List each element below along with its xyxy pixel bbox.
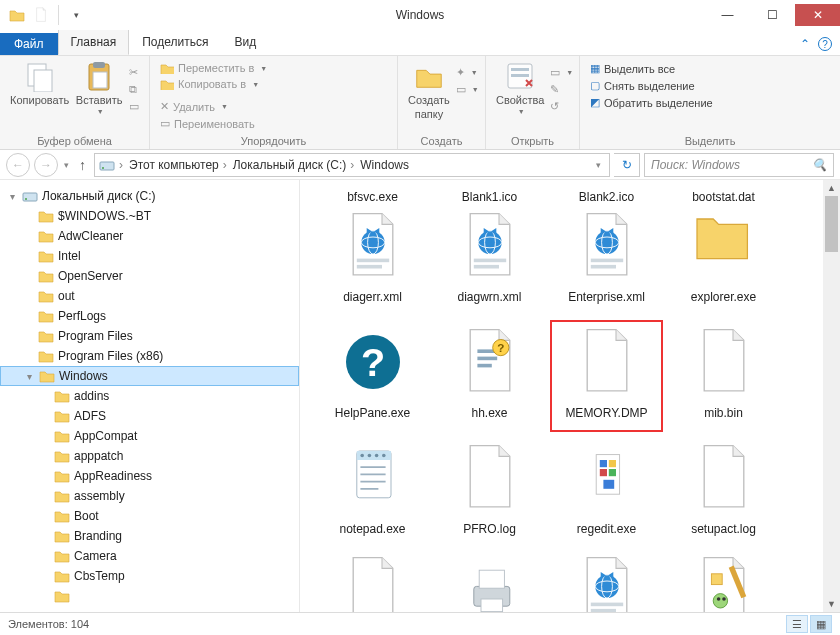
folder-icon xyxy=(38,209,54,223)
tree-item[interactable]: Boot xyxy=(0,506,299,526)
select-all-button[interactable]: ▦Выделить все xyxy=(590,60,713,77)
invert-selection-button[interactable]: ◩Обратить выделение xyxy=(590,94,713,111)
file-item[interactable]: bootstat.dat xyxy=(665,182,782,202)
file-item[interactable] xyxy=(431,550,548,612)
file-item[interactable] xyxy=(314,550,431,612)
details-view-button[interactable]: ☰ xyxy=(786,615,808,633)
select-none-icon: ▢ xyxy=(590,79,600,92)
file-item[interactable]: explorer.exe xyxy=(665,202,782,318)
history-icon[interactable]: ↺ xyxy=(550,98,573,115)
file-item[interactable]: PFRO.log xyxy=(431,434,548,550)
tree-item[interactable]: Intel xyxy=(0,246,299,266)
tree-item[interactable]: addins xyxy=(0,386,299,406)
folder-icon[interactable] xyxy=(6,4,28,26)
edit-icon[interactable]: ✎ xyxy=(550,81,573,98)
rename-button[interactable]: ▭Переименовать xyxy=(160,115,270,132)
search-input[interactable]: Поиск: Windows 🔍 xyxy=(644,153,834,177)
maximize-button[interactable]: ☐ xyxy=(750,4,795,26)
delete-button[interactable]: ✕Удалить▼ xyxy=(160,98,270,115)
file-item[interactable]: HelpPane.exe xyxy=(314,318,431,434)
new-item-icon[interactable]: ✦▼ xyxy=(456,64,479,81)
file-icon xyxy=(455,206,525,286)
copy-button[interactable]: Копировать xyxy=(10,60,69,106)
up-button[interactable]: ↑ xyxy=(75,157,90,173)
select-none-button[interactable]: ▢Снять выделение xyxy=(590,77,713,94)
dropdown-icon[interactable]: ▾ xyxy=(65,4,87,26)
back-button[interactable]: ← xyxy=(6,153,30,177)
help-icon[interactable]: ? xyxy=(818,37,832,51)
cut-icon[interactable]: ✂ xyxy=(129,64,139,81)
tree-item[interactable]: ▾Локальный диск (C:) xyxy=(0,186,299,206)
properties-button[interactable]: Свойства▼ xyxy=(496,60,544,115)
tree-item[interactable]: Program Files xyxy=(0,326,299,346)
file-item[interactable]: diagwrn.xml xyxy=(431,202,548,318)
refresh-button[interactable]: ↻ xyxy=(614,153,640,177)
tree-item[interactable]: $WINDOWS.~BT xyxy=(0,206,299,226)
tree-item[interactable]: ▾Windows xyxy=(0,366,299,386)
tree-item[interactable]: Camera xyxy=(0,546,299,566)
new-folder-button[interactable]: Создатьпапку xyxy=(408,60,450,120)
breadcrumb-bar[interactable]: ›Этот компьютер ›Локальный диск (C:) ›Wi… xyxy=(94,153,610,177)
copy-path-icon[interactable]: ⧉ xyxy=(129,81,139,98)
ribbon-help[interactable]: ⌃? xyxy=(792,33,840,55)
tree-item[interactable]: AdwCleaner xyxy=(0,226,299,246)
open-icon[interactable]: ▭▼ xyxy=(550,64,573,81)
scroll-up-icon[interactable]: ▲ xyxy=(823,180,840,196)
file-item[interactable] xyxy=(548,550,665,612)
scrollbar[interactable]: ▲ ▼ xyxy=(823,180,840,612)
forward-button[interactable]: → xyxy=(34,153,58,177)
file-name: setupact.log xyxy=(691,522,756,536)
scroll-down-icon[interactable]: ▼ xyxy=(823,596,840,612)
file-item[interactable]: bfsvc.exe xyxy=(314,182,431,202)
paste-button[interactable]: Вставить▼ xyxy=(75,60,123,115)
nav-tree[interactable]: ▾Локальный диск (C:)$WINDOWS.~BTAdwClean… xyxy=(0,180,300,612)
tree-item[interactable]: ADFS xyxy=(0,406,299,426)
file-item[interactable]: regedit.exe xyxy=(548,434,665,550)
new-doc-icon[interactable] xyxy=(30,4,52,26)
file-item[interactable]: hh.exe xyxy=(431,318,548,434)
folder-icon xyxy=(38,229,54,243)
crumb-label[interactable]: Локальный диск (C:) xyxy=(233,158,347,172)
tree-item[interactable]: OpenServer xyxy=(0,266,299,286)
icons-view-button[interactable]: ▦ xyxy=(810,615,832,633)
move-to-button[interactable]: Переместить в▼ xyxy=(160,60,280,76)
scroll-thumb[interactable] xyxy=(825,196,838,252)
close-button[interactable]: ✕ xyxy=(795,4,840,26)
crumb-label[interactable]: Windows xyxy=(360,158,409,172)
file-item[interactable]: MEMORY.DMP xyxy=(548,318,665,434)
tree-item[interactable]: PerfLogs xyxy=(0,306,299,326)
tree-item[interactable]: AppCompat xyxy=(0,426,299,446)
copy-to-button[interactable]: Копировать в▼ xyxy=(160,76,280,92)
recent-dropdown-icon[interactable]: ▾ xyxy=(62,160,71,170)
crumb-label[interactable]: Этот компьютер xyxy=(129,158,219,172)
file-item[interactable]: Blank2.ico xyxy=(548,182,665,202)
paste-shortcut-icon[interactable]: ▭ xyxy=(129,98,139,115)
expander-icon[interactable]: ▾ xyxy=(23,371,35,382)
tree-item[interactable]: apppatch xyxy=(0,446,299,466)
tree-item[interactable] xyxy=(0,586,299,606)
file-item[interactable]: Blank1.ico xyxy=(431,182,548,202)
tree-item[interactable]: CbsTemp xyxy=(0,566,299,586)
tree-item[interactable]: AppReadiness xyxy=(0,466,299,486)
tree-item[interactable]: assembly xyxy=(0,486,299,506)
file-item[interactable]: mib.bin xyxy=(665,318,782,434)
tab-view[interactable]: Вид xyxy=(221,29,269,55)
tree-item[interactable]: Branding xyxy=(0,526,299,546)
tab-home[interactable]: Главная xyxy=(58,29,130,55)
easy-access-icon[interactable]: ▭▼ xyxy=(456,81,479,98)
file-item[interactable]: notepad.exe xyxy=(314,434,431,550)
chevron-down-icon[interactable]: ▾ xyxy=(592,160,605,170)
file-icon xyxy=(338,554,408,612)
minimize-button[interactable]: — xyxy=(705,4,750,26)
tab-share[interactable]: Поделиться xyxy=(129,29,221,55)
tab-file[interactable]: Файл xyxy=(0,33,58,55)
expander-icon[interactable]: ▾ xyxy=(6,191,18,202)
tree-item[interactable]: out xyxy=(0,286,299,306)
tree-label: Boot xyxy=(74,509,99,523)
file-item[interactable] xyxy=(665,550,782,612)
tree-item[interactable]: Program Files (x86) xyxy=(0,346,299,366)
file-grid[interactable]: bfsvc.exeBlank1.icoBlank2.icobootstat.da… xyxy=(300,180,840,612)
file-item[interactable]: Enterprise.xml xyxy=(548,202,665,318)
file-item[interactable]: setupact.log xyxy=(665,434,782,550)
file-item[interactable]: diagerr.xml xyxy=(314,202,431,318)
